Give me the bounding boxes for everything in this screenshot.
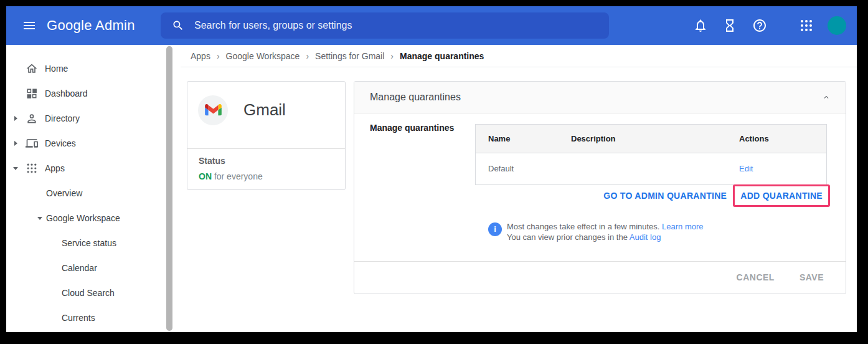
sidebar-item-calendar[interactable]: Calendar: [6, 256, 217, 280]
main-content: Apps›Google Workspace›Settings for Gmail…: [6, 45, 857, 332]
annotation-highlight-box: ADD QUARANTINE: [733, 184, 830, 207]
note-text: Most changes take effect in a few minute…: [507, 222, 659, 231]
expand-down-arrow-icon[interactable]: [36, 217, 44, 220]
menu-icon[interactable]: [21, 18, 37, 33]
panel-footer: CANCEL SAVE: [354, 262, 846, 293]
edit-link[interactable]: Edit: [739, 164, 753, 173]
breadcrumb-divider: [181, 67, 857, 67]
sidebar-item-cloud-search[interactable]: Cloud Search: [6, 280, 217, 305]
table-row: DefaultEdit: [476, 153, 826, 184]
breadcrumb-separator-icon: ›: [217, 51, 220, 61]
table-header-row: NameDescriptionActions: [476, 125, 826, 153]
person-icon: [26, 112, 38, 125]
note-text: You can view prior changes in the: [507, 232, 628, 242]
save-button[interactable]: SAVE: [800, 272, 824, 282]
table-actions-row: GO TO ADMIN QUARANTINE ADD QUARANTINE: [603, 184, 830, 208]
sidebar-item-google-workspace[interactable]: Google Workspace: [6, 206, 192, 231]
sidebar-item-home[interactable]: Home: [6, 56, 167, 81]
expand-right-arrow-icon[interactable]: [11, 141, 20, 146]
sidebar-item-apps[interactable]: Apps: [6, 156, 167, 181]
breadcrumb: Apps›Google Workspace›Settings for Gmail…: [191, 45, 484, 67]
chevron-up-icon[interactable]: [822, 93, 831, 102]
triangle-glyph: [37, 217, 42, 220]
sidebar-item-currents[interactable]: Currents: [6, 305, 217, 330]
breadcrumb-item[interactable]: Apps: [191, 51, 210, 61]
help-icon[interactable]: [752, 18, 767, 33]
note-line-2: You can view prior changes in the Audit …: [507, 232, 661, 242]
app-name: Gmail: [243, 100, 286, 120]
triangle-glyph: [14, 116, 17, 121]
manage-quarantines-panel: Manage quarantines Manage quarantines Na…: [354, 81, 846, 294]
quarantines-table: NameDescriptionActions DefaultEdit: [475, 124, 827, 185]
breadcrumb-item: Manage quarantines: [400, 51, 484, 61]
sidebar-item-label: Cloud Search: [62, 288, 115, 298]
status-label: Status: [199, 156, 225, 166]
sidebar-item-label: Apps: [45, 163, 65, 173]
account-avatar[interactable]: [828, 16, 846, 35]
tasks-hourglass-icon[interactable]: [722, 18, 737, 33]
breadcrumb-separator-icon: ›: [306, 51, 309, 61]
breadcrumb-separator-icon: ›: [390, 51, 394, 61]
sidebar-scrollbar[interactable]: [166, 46, 172, 331]
info-icon: i: [488, 222, 502, 236]
sidebar-item-label: Devices: [45, 138, 76, 148]
card-divider: [187, 148, 345, 149]
breadcrumb-item[interactable]: Settings for Gmail: [315, 51, 384, 61]
sidebar-item-label: Dashboard: [45, 88, 88, 98]
triangle-glyph: [13, 167, 18, 170]
breadcrumb-item[interactable]: Google Workspace: [226, 51, 300, 61]
sidebar-item-service-status[interactable]: Service status: [6, 231, 217, 256]
sidebar-item-devices[interactable]: Devices: [6, 131, 167, 156]
quarantine-name: Default: [488, 153, 571, 184]
cancel-button[interactable]: CANCEL: [737, 272, 775, 282]
search-input[interactable]: [193, 19, 600, 32]
apps-icon: [26, 162, 38, 174]
expand-down-arrow-icon[interactable]: [11, 167, 20, 170]
sidebar-item-directory[interactable]: Directory: [6, 106, 167, 131]
panel-title: Manage quarantines: [370, 82, 461, 113]
column-header-description: Description: [571, 125, 739, 153]
audit-log-link[interactable]: Audit log: [630, 232, 661, 242]
devices-icon: [26, 137, 38, 150]
panel-header[interactable]: Manage quarantines: [354, 82, 846, 113]
sidebar-item-label: Directory: [45, 113, 80, 123]
dashboard-icon: [26, 87, 38, 100]
sidebar-item-label: Calendar: [62, 263, 97, 273]
sidebar-nav: HomeDashboardDirectoryDevicesAppsOvervie…: [6, 45, 166, 332]
triangle-glyph: [14, 141, 17, 146]
search-icon: [172, 19, 184, 32]
quarantine-description: [571, 153, 739, 184]
sidebar-item-label: Overview: [46, 188, 82, 198]
sidebar-item-label: Google Workspace: [46, 213, 120, 223]
expand-right-arrow-icon[interactable]: [11, 116, 20, 121]
sidebar-item-label: Home: [45, 64, 68, 74]
product-logo[interactable]: Google Admin: [47, 6, 135, 45]
home-icon: [26, 62, 38, 75]
go-to-admin-quarantine-button[interactable]: GO TO ADMIN QUARANTINE: [603, 191, 727, 201]
apps-grid-icon[interactable]: [799, 18, 814, 33]
setting-row-label: Manage quarantines: [370, 123, 454, 133]
sidebar-item-dashboard[interactable]: Dashboard: [6, 81, 167, 106]
search-bar[interactable]: [161, 12, 609, 39]
column-header-actions: Actions: [739, 125, 826, 153]
sidebar-item-label: Service status: [62, 238, 116, 248]
note-line-1: Most changes take effect in a few minute…: [507, 222, 704, 231]
sidebar-item-label: Currents: [62, 313, 95, 323]
status-value: ON for everyone: [199, 171, 263, 181]
gmail-app-card: Gmail Status ON for everyone: [187, 81, 346, 190]
column-header-name: Name: [488, 125, 571, 153]
gmail-logo-icon: [198, 95, 228, 125]
add-quarantine-button[interactable]: ADD QUARANTINE: [740, 191, 823, 201]
sidebar-item-overview[interactable]: Overview: [6, 181, 192, 206]
app-header: Google Admin: [6, 6, 857, 45]
learn-more-link[interactable]: Learn more: [662, 222, 703, 231]
notifications-bell-icon[interactable]: [693, 18, 708, 33]
